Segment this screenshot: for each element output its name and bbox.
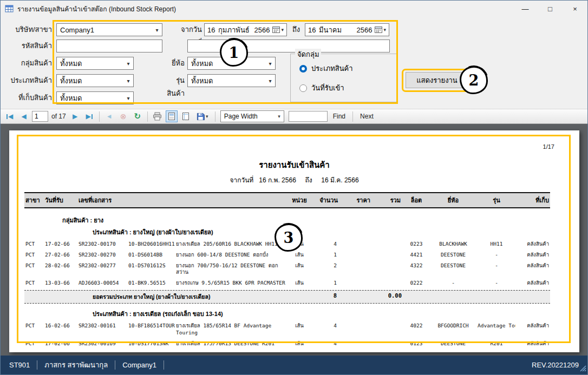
previous-page-button[interactable]: ◀	[18, 110, 30, 122]
cell-qty: 2	[310, 262, 340, 277]
brand-value: ทั้งหมด	[191, 58, 213, 69]
cell-date: 28-02-66	[44, 262, 77, 277]
cell-branch: PCT	[24, 340, 44, 347]
find-input[interactable]	[289, 111, 328, 122]
toolbar-separator	[352, 111, 353, 122]
cell-qty: 4	[310, 241, 340, 248]
page-count-label: of 17	[51, 113, 66, 120]
cell-brand: DEESTONE	[429, 252, 476, 259]
company-select[interactable]: Company1 ▾	[56, 23, 162, 36]
status-program-code: ST901	[9, 361, 30, 369]
resize-grip-icon[interactable]	[579, 364, 586, 373]
group-header: กลุ่มสินค้า : ยาง	[62, 215, 550, 225]
chevron-down-icon: ▾	[281, 27, 284, 32]
page-indicator: 1/17	[543, 143, 554, 150]
current-page-input[interactable]	[32, 111, 48, 122]
storage-select[interactable]: ทั้งหมด ▾	[56, 91, 134, 104]
cell-model: -	[476, 280, 515, 287]
last-page-button[interactable]: ▶	[83, 110, 95, 122]
report-viewport[interactable]: 1/17 รายงานรับเข้าสินค้า จากวันที่ 16 ก.…	[1, 124, 587, 356]
print-button[interactable]	[152, 110, 164, 122]
refresh-button[interactable]: ↻	[132, 110, 143, 122]
cell-sum	[373, 340, 403, 347]
cell-date: 13-03-66	[44, 280, 77, 287]
radio-group-by-receive-date[interactable]: วันที่รับเข้า	[299, 82, 344, 94]
cell-date: 16-02-66	[44, 323, 77, 337]
find-button[interactable]: Find	[330, 113, 349, 120]
cell-price	[340, 340, 373, 347]
chevron-down-icon: ▾	[206, 114, 208, 119]
find-next-button[interactable]: Next	[357, 113, 377, 120]
window-controls: — □ ×	[513, 1, 587, 17]
calendar-icon	[375, 26, 382, 34]
cell-price	[340, 280, 373, 287]
first-page-button[interactable]: ◀	[4, 110, 16, 122]
radio-label-product-type: ประเภทสินค้า	[311, 63, 353, 74]
minimize-button[interactable]: —	[513, 1, 538, 17]
close-button[interactable]: ×	[563, 1, 587, 17]
table-row: PCT 17-02-66 SR2302-00169 10-DS177013NK …	[24, 338, 550, 349]
cell-desc: ยางเรเดียล 205/60R16 BLACKHAWK HH11	[175, 241, 288, 248]
from-date-year: 2566	[254, 26, 272, 34]
cell-storage: คลังสินค้า	[515, 241, 550, 248]
model-select[interactable]: ทั้งหมด ▾	[187, 74, 276, 87]
cell-storage: คลังสินค้า	[515, 340, 550, 347]
annotation-step-1: 1	[220, 38, 248, 67]
cell-branch: PCT	[24, 280, 44, 287]
toolbar-separator	[99, 111, 100, 122]
cell-code: 01-DS6014BB	[127, 252, 175, 259]
cell-unit: เส้น	[288, 252, 310, 259]
cell-sum	[373, 323, 403, 337]
product-type-value: ทั้งหมด	[60, 75, 82, 87]
cell-qty: 4	[310, 340, 340, 347]
page-setup-button[interactable]	[180, 110, 192, 122]
radio-unselected-icon	[299, 84, 307, 92]
product-code-input-2[interactable]	[187, 40, 390, 52]
back-button[interactable]: ◄	[103, 110, 115, 122]
col-sum: รวม	[373, 195, 403, 205]
col-storage: ที่เก็บ	[515, 195, 550, 205]
cell-doc: SR2302-00169	[77, 340, 127, 347]
cell-doc: SR2302-00270	[77, 252, 127, 259]
company-value: Company1	[60, 26, 94, 34]
export-button[interactable]: ▾	[194, 110, 211, 122]
zoom-select[interactable]: Page Width ▾	[220, 110, 284, 122]
model-label: รุ่นสินค้า	[162, 74, 185, 87]
cell-brand: DEESTONE	[429, 262, 476, 277]
print-layout-button[interactable]	[166, 110, 178, 122]
radio-label-receive-date: วันที่รับเข้า	[311, 82, 344, 94]
product-group-select[interactable]: ทั้งหมด ▾	[56, 57, 134, 70]
stop-button[interactable]: ⊗	[117, 110, 129, 122]
next-page-button[interactable]: ▶	[69, 110, 81, 122]
product-type-select[interactable]: ทั้งหมด ▾	[56, 74, 134, 87]
col-doc: เลขที่เอกสาร	[77, 195, 175, 205]
chevron-down-icon: ▾	[123, 78, 133, 84]
to-date-day: 16	[308, 26, 319, 34]
app-window: รายงานข้อมูลสินค้านำเข้าสต๊อก (Inbound S…	[0, 0, 588, 375]
to-date-year: 2566	[356, 26, 375, 34]
to-date-picker[interactable]: 16 มีนาคม 2566 ▾	[305, 23, 389, 36]
cell-price	[340, 262, 373, 277]
radio-group-by-product-type[interactable]: ประเภทสินค้า	[299, 63, 353, 74]
chevron-down-icon: ▾	[123, 61, 133, 67]
company-label: บริษัท/สาขา	[1, 23, 52, 36]
product-code-input[interactable]	[56, 40, 162, 52]
table-row: PCT 13-03-66 ADJ6603-00054 01-BK9.56515 …	[24, 278, 550, 288]
product-group-value: ทั้งหมด	[60, 58, 82, 69]
type-header-2: ประเภทสินค้า : ยางเรเดียล (รถเก๋ง/เล็ก ข…	[93, 309, 550, 319]
cell-storage: คลังสินค้า	[515, 262, 550, 277]
cell-storage: คลังสินค้า	[515, 252, 550, 259]
storage-value: ทั้งหมด	[60, 93, 82, 104]
status-bar: ST901 ภาสกร สราพัฒนากุล Company1 REV.202…	[1, 356, 587, 374]
cell-storage: คลังสินค้า	[515, 323, 550, 337]
status-revision: REV.20221209	[532, 361, 579, 369]
chevron-down-icon: ▾	[123, 95, 133, 101]
maximize-button[interactable]: □	[538, 1, 563, 17]
cell-model: Advantage Touring	[476, 323, 515, 337]
cell-unit: เส้น	[288, 280, 310, 287]
from-date-picker[interactable]: 16 กุมภาพันธ์ 2566 ▾	[204, 23, 287, 36]
cell-date: 17-02-66	[44, 340, 77, 347]
page-setup-icon	[181, 112, 190, 121]
zoom-value: Page Width	[224, 113, 258, 120]
cell-doc: SR2302-00277	[77, 262, 127, 277]
